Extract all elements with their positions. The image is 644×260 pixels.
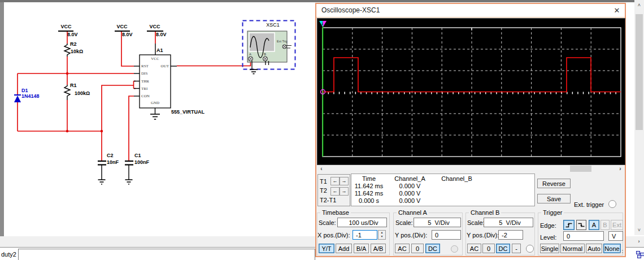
c2-ref[interactable]: C2 <box>107 153 114 158</box>
timebase-scale-field[interactable]: 100 us/Div <box>337 218 387 227</box>
channel-b-ypos-label: Y pos.(Div): <box>467 232 499 239</box>
pin-rst: RST <box>141 64 149 68</box>
a1-ref[interactable]: A1 <box>156 47 163 53</box>
diode-d1-symbol[interactable] <box>14 95 21 102</box>
r1-ref[interactable]: R1 <box>70 83 77 88</box>
vertical-scrollbar[interactable]: ˄ ˅ <box>634 0 644 235</box>
reverse-button[interactable]: Reverse <box>537 179 571 188</box>
vcc2-value[interactable]: 8.0V <box>122 32 133 37</box>
ext-trigger-terminal[interactable] <box>608 200 616 208</box>
t1-left-button[interactable]: ← <box>330 177 340 185</box>
channel-b-terminal[interactable] <box>526 245 534 253</box>
multisim-workspace: VCC 8.0V VCC 8.0V VCC 8.0V R2 10kΩ R1 10… <box>0 0 644 260</box>
cursor1-flag-right[interactable] <box>323 21 327 27</box>
channel-a-scale-label: Scale: <box>395 219 413 226</box>
xpos-spinner[interactable]: ▲ ▼ <box>378 230 386 240</box>
channel-a-scale-field[interactable]: 5 V/Div <box>414 218 461 227</box>
t2-label: T2 <box>320 187 327 194</box>
t2-cha: 0.000 V <box>386 190 433 197</box>
spin-down-icon[interactable]: ▼ <box>378 235 385 239</box>
channel-a-ac-button[interactable]: AC <box>395 244 410 253</box>
pin-con: CON <box>141 94 150 98</box>
vertical-scroll-thumb[interactable] <box>636 14 643 130</box>
rising-edge-icon[interactable] <box>563 220 575 230</box>
channel-b-ac-button[interactable]: AC <box>467 244 481 253</box>
timebase-title: Timebase <box>320 209 351 216</box>
scroll-right-icon[interactable]: › <box>635 237 643 245</box>
vcc3-value[interactable]: 8.0V <box>156 32 167 37</box>
timebase-xpos-label: X pos.(Div): <box>317 232 350 239</box>
scope-scroll-right-icon[interactable]: › <box>617 165 624 172</box>
spin-up-icon[interactable]: ▲ <box>378 231 385 235</box>
scroll-up-icon[interactable]: ˄ <box>634 1 644 10</box>
capacitor-c2-symbol[interactable] <box>98 161 106 184</box>
c2-value[interactable]: 10nF <box>107 159 119 165</box>
results-pane[interactable] <box>18 249 315 260</box>
t1-chb <box>433 183 480 190</box>
trigger-source-ext-button[interactable]: Ext <box>611 220 623 230</box>
mode-ab-button[interactable]: A/B <box>371 244 386 253</box>
trigger-source-a-button[interactable]: A <box>589 220 599 230</box>
channel-a-zero-button[interactable]: 0 <box>411 244 424 253</box>
scope-scrollbar[interactable]: ‹ › <box>317 165 624 172</box>
vcc3-net-label[interactable]: VCC <box>147 24 163 29</box>
t2-chb <box>433 190 480 197</box>
c1-value[interactable]: 100nF <box>134 159 149 165</box>
d1-value[interactable]: 1N4148 <box>21 93 40 99</box>
falling-edge-icon[interactable] <box>576 220 586 230</box>
channel-b-dc-button[interactable]: DC <box>496 244 510 253</box>
channel-b-scale-label: Scale: <box>467 219 485 226</box>
channel-b-ypos-field[interactable]: -2 <box>498 230 523 240</box>
channel-b-minus-button[interactable]: - <box>512 244 521 253</box>
scroll-down-icon[interactable]: ˅ <box>634 226 644 235</box>
scope-scroll-left-icon[interactable]: ‹ <box>318 165 325 172</box>
d1-ref[interactable]: D1 <box>21 88 28 93</box>
channel-b-zero-button[interactable]: 0 <box>482 244 495 253</box>
timebase-scale-label: Scale: <box>319 219 336 226</box>
t2-left-button[interactable]: ← <box>330 187 340 196</box>
mode-yt-button[interactable]: Y/T <box>319 244 334 253</box>
t2-right-button[interactable]: → <box>340 187 349 196</box>
save-button[interactable]: Save <box>537 194 571 203</box>
scope-graticule-and-trace: 1 <box>317 19 625 163</box>
channel-a-ypos-field[interactable]: 0 <box>432 230 461 240</box>
oscilloscope-titlebar[interactable]: Oscilloscope-XSC1 ✕ <box>316 4 625 18</box>
col-channel-b: Channel_B <box>433 175 480 183</box>
trigger-normal-button[interactable]: Normal <box>560 244 585 253</box>
trigger-level-unit-field[interactable]: V <box>608 231 623 241</box>
design-toolbox-icon[interactable] <box>636 251 644 258</box>
timebase-xpos-field[interactable]: -1 <box>353 230 377 240</box>
trigger-single-button[interactable]: Single <box>540 244 559 253</box>
resistor-r2-symbol[interactable] <box>64 44 70 57</box>
capacitor-c1-symbol[interactable] <box>125 161 133 184</box>
vcc1-value[interactable]: 8.0V <box>67 32 78 37</box>
chip-555-symbol[interactable] <box>134 44 177 119</box>
xsc1-ext-trig-label: Ext Trig <box>277 40 288 43</box>
results-tab-duty2[interactable]: duty2 <box>1 251 16 258</box>
resistor-r1-symbol[interactable] <box>64 85 70 100</box>
mode-add-button[interactable]: Add <box>336 244 352 253</box>
xsc1-ref[interactable]: XSC1 <box>263 22 282 28</box>
mode-ba-button[interactable]: B/A <box>354 244 369 253</box>
resize-grip[interactable] <box>618 249 624 255</box>
t1-right-button[interactable]: → <box>340 177 349 185</box>
r2-ref[interactable]: R2 <box>70 41 77 47</box>
pin-gnd: GND <box>147 101 163 105</box>
r1-value[interactable]: 100kΩ <box>75 90 90 96</box>
t1-time: 11.642 ms <box>351 183 386 190</box>
channel-b-title: Channel B <box>469 209 501 216</box>
channel-b-scale-field[interactable]: 5 V/Div <box>484 218 533 227</box>
vcc2-net-label[interactable]: VCC <box>114 24 130 29</box>
channel-a-terminal[interactable] <box>451 245 458 253</box>
a1-part[interactable]: 555_VIRTUAL <box>171 109 204 115</box>
vcc1-net-label[interactable]: VCC <box>58 24 74 29</box>
close-icon[interactable]: ✕ <box>611 5 623 16</box>
trigger-auto-button[interactable]: Auto <box>586 244 602 253</box>
measurement-table: Time Channel_A Channel_B 11.642 ms 0.000… <box>351 174 535 206</box>
r2-value[interactable]: 10kΩ <box>71 49 83 54</box>
c1-ref[interactable]: C1 <box>134 153 141 158</box>
scope-scroll-thumb[interactable] <box>570 166 591 172</box>
trigger-source-b-button[interactable]: B <box>601 220 610 230</box>
trigger-level-field[interactable]: 0 <box>563 231 604 241</box>
channel-a-dc-button[interactable]: DC <box>425 244 440 253</box>
